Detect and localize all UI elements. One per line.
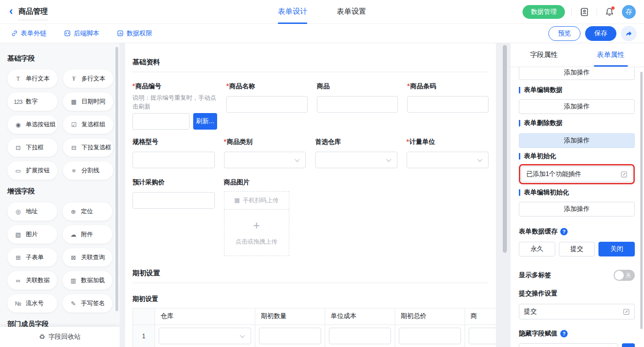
submit-action-value: 提交 [524, 307, 537, 316]
unit-select[interactable] [407, 152, 489, 168]
row-warehouse-select[interactable] [159, 328, 251, 344]
panel-scrollbar[interactable] [640, 72, 643, 329]
help-icon[interactable]: ? [560, 228, 568, 235]
edit-icon[interactable] [623, 308, 630, 315]
scan-upload-button[interactable]: ▦ 手机扫码上传 [224, 191, 289, 210]
field-category[interactable]: *商品类别 [224, 138, 306, 168]
attachment-icon: ☁ [69, 231, 78, 238]
add-action-button-edit-data[interactable]: 添加操作 [519, 99, 635, 114]
data-manage-button[interactable]: 数据管理 [523, 5, 565, 19]
sidebar-item-extend-button[interactable]: ▭扩展按钮 [7, 161, 58, 180]
field-purchase-price[interactable]: 预计采购价 [132, 178, 215, 209]
row-clipped-input[interactable] [469, 328, 496, 344]
sidebar-item-label: 关联查询 [81, 253, 105, 262]
form-init-plugin-field[interactable]: 已添加1个功能插件 [521, 166, 632, 182]
sidebar-item-address[interactable]: ◎地址 [7, 202, 57, 221]
sidebar-item-signature[interactable]: ✎手写签名 [63, 294, 112, 313]
sidebar-item-data-load[interactable]: ▥数据加载 [63, 271, 112, 290]
cache-option-permanent[interactable]: 永久 [519, 242, 555, 256]
notification-bell-icon[interactable] [604, 6, 615, 18]
save-button[interactable]: 保存 [585, 26, 616, 41]
barcode-input[interactable] [407, 96, 489, 113]
category-select[interactable] [224, 152, 306, 168]
contacts-book-icon[interactable] [578, 6, 590, 18]
plugin-value: 已添加1个功能插件 [526, 170, 581, 178]
sidebar-item-subform[interactable]: ⊞子表单 [7, 248, 57, 267]
hidden-assign-config-button[interactable] [622, 343, 635, 347]
field-product-image[interactable]: 商品图片 ▦ 手机扫码上传 + 点击或拖拽上传 [224, 178, 306, 256]
sidebar-item-single-line-text[interactable]: T单行文本 [7, 69, 58, 88]
form-external-link[interactable]: 表单外链 [11, 29, 46, 38]
hidden-assign-field[interactable]: 始终重新计算 [519, 343, 618, 347]
sidebar-item-image[interactable]: ▧图片 [7, 225, 57, 244]
tab-form-properties[interactable]: 表单属性 [577, 43, 644, 67]
sidebar-item-datetime[interactable]: ▦日期时间 [63, 92, 113, 111]
submit-action-field[interactable]: 提交 [519, 304, 635, 319]
section-label: 表单编辑数据 [524, 86, 563, 94]
page-title[interactable]: 商品管理 [18, 7, 48, 20]
drop-upload-area[interactable]: + 点击或拖拽上传 [224, 209, 289, 256]
row-number: 1 [133, 325, 155, 347]
sidebar-item-checkbox-group[interactable]: ☑复选框组 [63, 115, 113, 134]
purchase-price-input[interactable] [132, 192, 215, 209]
sidebar-item-linked-data[interactable]: ∞关联数据 [7, 271, 57, 290]
help-icon[interactable]: ? [560, 330, 568, 337]
edit-icon[interactable] [621, 171, 627, 178]
sidebar-item-attachment[interactable]: ☁附件 [63, 225, 112, 244]
field-barcode[interactable]: *商品条码 [407, 82, 489, 113]
section-bar [519, 120, 520, 126]
sidebar-section-title: 基础字段 [7, 54, 112, 63]
field-sku[interactable]: *商品编号 说明：提示编号重复时，手动点击刷新 刷新... [132, 82, 217, 130]
preview-button[interactable]: 预览 [548, 26, 581, 41]
field-unit[interactable]: *计量单位 [407, 138, 489, 168]
cache-option-submit[interactable]: 提交 [559, 242, 595, 256]
sidebar-item-radio-group[interactable]: ◉单选按钮组 [7, 115, 58, 134]
add-action-button-edit-init[interactable]: 添加操作 [519, 202, 635, 216]
row-unit-cost-input[interactable] [329, 328, 391, 344]
add-action-button-clipped[interactable]: 添加操作 [519, 67, 635, 80]
panel-body: 添加操作 表单编辑数据 添加操作 表单删除数据 添加操作 表单初始化 已添加1个… [511, 67, 644, 347]
sidebar-item-serial-number[interactable]: №流水号 [7, 294, 57, 313]
sidebar-item-divider[interactable]: ≡分割线 [63, 161, 113, 180]
back-icon[interactable]: ‹ [9, 6, 13, 17]
sidebar-item-number[interactable]: 123数字 [7, 92, 58, 111]
tab-form-settings[interactable]: 表单设置 [337, 0, 366, 24]
backend-script[interactable]: 后端脚本 [64, 29, 99, 38]
data-permission[interactable]: 数据权限 [117, 29, 152, 38]
multi-tab-toggle[interactable]: 关 [614, 270, 635, 281]
share-button[interactable] [621, 26, 637, 41]
sidebar-item-linked-query[interactable]: ⊠关联查询 [63, 248, 112, 267]
panel-tabs: 字段属性 表单属性 [511, 43, 644, 67]
field-warehouse[interactable]: 首选仓库 [315, 138, 397, 168]
refresh-button[interactable]: 刷新... [193, 113, 217, 130]
row-opening-qty-input[interactable] [259, 328, 321, 344]
spec-input[interactable] [132, 152, 215, 168]
sidebar-scrollbar[interactable] [115, 47, 118, 311]
sidebar-item-multi-line-text[interactable]: Ŧ多行文本 [63, 69, 113, 88]
row-opening-total-input[interactable] [399, 328, 461, 344]
field-spec[interactable]: 规格型号 [132, 138, 215, 168]
user-avatar[interactable]: 存 [622, 5, 636, 19]
product-name-input[interactable] [226, 96, 308, 113]
tab-field-properties[interactable]: 字段属性 [511, 43, 577, 67]
multi-tab-label: 显示多标签 [519, 272, 551, 279]
product-input[interactable] [317, 96, 398, 113]
warehouse-select[interactable] [315, 152, 397, 168]
cache-option-close[interactable]: 关闭 [598, 242, 635, 256]
section-bar [519, 87, 520, 93]
sidebar-item-location[interactable]: ⊕定位 [63, 202, 112, 221]
field-product-name[interactable]: *商品名称 [226, 82, 308, 113]
canvas-scrollbar[interactable] [503, 45, 507, 253]
sku-input[interactable] [132, 113, 190, 130]
add-action-button-delete-data[interactable]: 添加操作 [519, 133, 635, 148]
location-icon: ⊕ [69, 208, 78, 215]
field-recycle-bin[interactable]: ♻ 字段回收站 [0, 327, 120, 347]
multi-tab-row: 显示多标签 关 [519, 270, 635, 281]
tab-form-design[interactable]: 表单设计 [278, 0, 307, 24]
sidebar-item-multi-select[interactable]: ⊟下拉复选框 [63, 138, 113, 157]
required-mark: * [407, 82, 409, 90]
sidebar-item-select[interactable]: ⊡下拉框 [7, 138, 58, 157]
checkbox-group-icon: ☑ [69, 121, 78, 128]
section-title-opening-setup: 期初设置 [132, 269, 489, 278]
field-product[interactable]: 商品 [317, 82, 398, 113]
